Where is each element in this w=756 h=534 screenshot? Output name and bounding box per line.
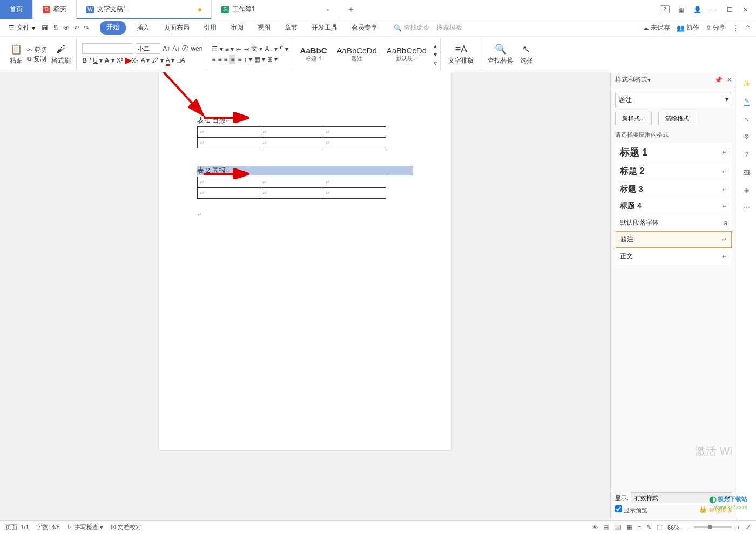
tab-pagelayout[interactable]: 页面布局 [160,21,193,35]
borders-icon[interactable]: ⊞ ▾ [267,56,278,63]
tab-start[interactable]: 开始 [100,21,126,35]
table-1[interactable]: ↵↵↵↵↵↵ [197,126,386,148]
align-right-icon[interactable]: ≡ [224,56,227,63]
print-preview-icon[interactable]: 👁 [63,24,70,32]
italic-icon[interactable]: I [89,57,91,64]
share-button[interactable]: ⇪ 分享 [706,23,726,32]
style-heading4[interactable]: AaBbC标题 4 [298,44,330,64]
styles-up-icon[interactable]: ▴ [434,42,437,50]
file-menu[interactable]: ☰ 文件 ▾ [5,22,38,33]
pin-icon[interactable]: 📌 [714,76,723,84]
styles-down-icon[interactable]: ▾ [434,51,437,58]
avatar[interactable]: 👤 [692,6,702,13]
table-2[interactable]: ↵↵↵↵↵↵ [197,177,386,199]
pen-icon[interactable]: ✎ [646,524,651,531]
underline-icon[interactable]: U ▾ [93,57,103,64]
find-replace-button[interactable]: 🔍查找替换 [485,43,516,65]
superscript-icon[interactable]: X² [117,57,123,64]
increase-indent-icon[interactable]: ⇥ [244,45,249,53]
tab-close-icon[interactable]: • [326,5,329,14]
font-color-icon[interactable]: A ▾ [166,57,175,64]
style-item[interactable]: 默认段落字体a [616,215,732,231]
decrease-font-icon[interactable]: A↓ [172,45,180,52]
char-border-icon[interactable]: □A [177,57,185,64]
save-icon[interactable]: 🖬 [42,24,48,32]
copy-button[interactable]: ⧉ 复制 [27,55,46,64]
align-distribute-icon[interactable]: ≡ [238,56,241,63]
tab-view[interactable]: 视图 [254,21,274,35]
styles-more-icon[interactable]: ▿ [434,59,437,67]
view-web-icon[interactable]: ▦ [627,524,632,531]
style-item[interactable]: 题注↵ [616,231,732,248]
text-direction-icon[interactable]: 文 ▾ [251,44,262,53]
collapse-ribbon-icon[interactable]: ⌃ [745,24,751,32]
new-style-button[interactable]: 新样式... [615,112,652,125]
style-item[interactable]: 标题 1↵ [616,143,732,162]
tab-sheet[interactable]: S 工作簿1 • [212,0,340,19]
sort-icon[interactable]: A↓ ▾ [265,45,277,53]
strikethrough-icon[interactable]: A̶ ▾ [105,57,114,64]
text-effect-icon[interactable]: A ▾ [141,57,150,64]
current-style-select[interactable]: 题注▾ [615,93,732,107]
align-left-icon[interactable]: ≡ [212,56,215,63]
style-item[interactable]: 标题 4↵ [616,198,732,214]
paste-button[interactable]: 📋粘贴 [8,43,25,65]
style-default[interactable]: AaBbCcDd默认段... [384,44,429,64]
strip-style-icon[interactable]: ✎ [744,97,750,106]
status-spell[interactable]: ☑ 拼写检查 ▾ [68,523,103,531]
tab-home[interactable]: 首页 [0,0,33,19]
bullets-icon[interactable]: ☰ ▾ [212,45,222,53]
cut-button[interactable]: ✂ 剪切 [27,45,47,55]
select-button[interactable]: ↖选择 [518,43,535,65]
more-icon[interactable]: ⋮ [732,24,739,32]
style-caption[interactable]: AaBbCcDd题注 [334,44,380,64]
status-words[interactable]: 字数: 4/8 [36,523,59,531]
shading-icon[interactable]: ▦ ▾ [254,56,265,63]
format-painter-button[interactable]: 🖌格式刷 [49,44,73,65]
view-read-icon[interactable]: 📖 [614,524,622,531]
strip-image-icon[interactable]: 🖼 [744,169,750,177]
strip-assistant-icon[interactable]: ✨ [742,80,751,87]
tab-doke[interactable]: D 稻壳 [33,0,77,19]
close-button[interactable]: ✕ [741,6,751,13]
view-outline-icon[interactable]: ≡ [638,524,641,531]
redo-icon[interactable]: ↷ [84,24,89,32]
clear-format-icon[interactable]: Ⓐ [182,44,188,53]
highlight-icon[interactable]: 🖍 ▾ [152,57,163,64]
strip-select-icon[interactable]: ↖ [744,116,750,123]
line-spacing-icon[interactable]: ↕ ▾ [244,56,252,63]
caption-2[interactable]: 表·2 周报↵ [197,166,413,175]
status-doccheck[interactable]: ☒ 文档校对 [111,523,141,531]
align-center-icon[interactable]: ≡ [218,56,221,63]
clear-format-button[interactable]: 清除格式 [658,112,696,125]
print-icon[interactable]: 🖶 [52,24,59,32]
search-input[interactable]: 🔍 查找命令、搜索模板 [394,23,462,32]
strip-more-icon[interactable]: ⋯ [744,204,750,211]
text-layout-button[interactable]: ≡A文字排版 [446,44,476,65]
increase-font-icon[interactable]: A↑ [163,45,170,52]
view-print-icon[interactable]: ▤ [603,524,609,531]
zoom-value[interactable]: 66% [667,524,679,531]
numbering-icon[interactable]: ≡ ▾ [225,45,234,53]
close-panel-icon[interactable]: ✕ [727,76,732,84]
unsaved-label[interactable]: ☁ 未保存 [643,23,670,32]
strip-help-icon[interactable]: ？ [744,150,750,159]
zoom-out-icon[interactable]: − [685,524,688,531]
zoom-in-icon[interactable]: + [737,524,740,531]
style-item[interactable]: 标题 3↵ [616,181,732,198]
style-item[interactable]: 标题 2↵ [616,163,732,180]
tab-insert[interactable]: 插入 [133,21,153,35]
tab-doc1[interactable]: W 文字文稿1 [77,0,212,19]
minimize-button[interactable]: — [708,6,718,13]
collab-button[interactable]: 👥 协作 [677,23,699,32]
font-name-input[interactable] [82,43,133,54]
caption-1[interactable]: 表·1 日报↵ [197,116,413,125]
add-tab-button[interactable]: ＋ [339,0,363,19]
subscript-icon[interactable]: ▶X₂ [125,55,139,65]
strip-settings-icon[interactable]: ⚙ [744,133,750,140]
tab-devtools[interactable]: 开发工具 [308,21,341,35]
fit-icon[interactable]: ⬚ [657,524,662,531]
undo-icon[interactable]: ↶ [74,24,79,32]
status-page[interactable]: 页面: 1/1 [5,523,29,531]
font-size-input[interactable] [136,43,160,54]
